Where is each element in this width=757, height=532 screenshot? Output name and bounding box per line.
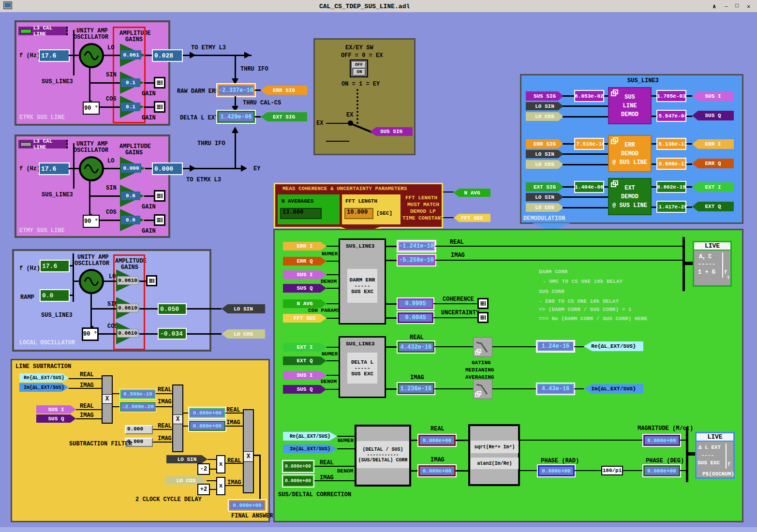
etmx-phase-box[interactable]: 90 ° xyxy=(83,102,100,115)
ext-demod-block[interactable]: EXTDEMOD@ SUS LINE xyxy=(608,178,652,215)
imag-label: IMAG xyxy=(430,457,445,463)
live-title: LIVE xyxy=(694,242,730,251)
on-button[interactable]: ON xyxy=(354,69,365,75)
real-label: REAL xyxy=(430,426,445,432)
etmy-cos-gain[interactable]: 0.0 xyxy=(121,216,140,224)
darm-corr-note: => (DARM CORR / SUS CORR) = 1 xyxy=(539,307,631,312)
thru-ifo-label: THRU IFO xyxy=(240,66,268,73)
losc-cos-gain[interactable]: 0.0610 xyxy=(117,329,138,338)
imag-label: IMAG xyxy=(158,435,172,442)
etmy-cos-gain-display-button[interactable] xyxy=(154,214,165,226)
osc-title: OSCILLATOR xyxy=(74,260,109,267)
losc-freq-input[interactable]: 17.6 xyxy=(40,260,70,272)
losc-ramp-input[interactable]: 0.0 xyxy=(40,289,70,302)
block-line: SUS xyxy=(624,94,635,101)
close-button[interactable]: ✕ xyxy=(747,3,750,10)
exey-switch[interactable]: OFF ON xyxy=(350,59,368,77)
etmx-freq-input[interactable]: 17.6 xyxy=(39,49,70,62)
l3-cal-line-button[interactable]: L3 CAL LINE xyxy=(18,140,68,148)
uncertainty-display-button[interactable] xyxy=(477,312,489,323)
delta-l-ext-value: 1.429e-06 xyxy=(217,111,255,123)
re-in-tag: Re{ΔL_EXT/SUS} xyxy=(283,432,337,441)
err-q-tag: ERR Q xyxy=(692,159,734,168)
block-line: DEMOD xyxy=(621,150,638,157)
osc-title: OSCILLATOR xyxy=(74,34,108,41)
off-button[interactable]: OFF xyxy=(352,62,366,68)
osc-title: UNITY AMP xyxy=(77,254,109,261)
fft-sec-tag: FFT SEC xyxy=(454,214,490,222)
gating-button-imag[interactable] xyxy=(473,379,492,399)
etmy-freq-input[interactable]: 17.6 xyxy=(39,163,70,175)
etmy-lo-gain[interactable]: 0.000 xyxy=(121,163,141,173)
meas-note: DEMOD LP xyxy=(410,208,436,214)
coherence-display-button[interactable] xyxy=(477,298,489,309)
lo-sin-tag: LO SIN xyxy=(222,304,265,313)
losc-oscillator-icon xyxy=(79,269,104,294)
sus-q-tag: SUS Q xyxy=(36,414,76,423)
line-subtraction-title: LINE SUBTRACTION xyxy=(15,363,71,370)
l3-cal-line-label: L3 CAL LINE xyxy=(33,25,66,37)
sus-line-demod-block[interactable]: SUSLINEDEMOD xyxy=(608,87,652,124)
etmx-cos-gain-display-button[interactable] xyxy=(154,101,165,113)
magnitude-value: 0.000e+00 xyxy=(643,435,680,446)
l3-cal-line-button[interactable]: L3 CAL LINE xyxy=(18,27,68,35)
block-line: DEMOD xyxy=(621,111,638,118)
app-icon xyxy=(3,1,12,9)
imag-label: IMAG xyxy=(227,479,241,486)
re-dl-tag: Re{ΔL_EXT/SUS} xyxy=(584,341,643,351)
subtraction-filter-input-1[interactable]: 0.000 xyxy=(125,425,153,434)
etmx-cos-gain[interactable]: 0.1 xyxy=(121,103,140,111)
mag-phase-block[interactable] xyxy=(468,424,520,486)
imag-label: IMAG xyxy=(158,399,172,405)
shade-button[interactable]: ∧ xyxy=(712,3,716,10)
etmx-sin-gain[interactable]: 0.1 xyxy=(121,78,140,87)
block-line: @ SUS LINE xyxy=(612,202,647,209)
corr-imag-input[interactable]: 0.000e+00 xyxy=(284,476,312,486)
demod-footer: DEMODULATION xyxy=(523,215,565,222)
etmx-lo-gain[interactable]: 0.061 xyxy=(121,50,141,59)
maximize-button[interactable]: □ xyxy=(735,2,739,9)
uncertainty-label: UNCERTAINTY xyxy=(441,310,479,316)
sus-i-tag: SUS I xyxy=(692,91,734,101)
cos-label: COS xyxy=(106,96,117,103)
ext-demod-in-value: 1.404e-06 xyxy=(574,181,604,193)
tf-imag-out: 4.43e-16 xyxy=(537,384,574,394)
tf-block-inner: DELTA L-----SUS EXC xyxy=(347,353,377,384)
phase-deg-value: 0.000e+00 xyxy=(643,465,680,476)
etmy-sin-gain-display-button[interactable] xyxy=(154,190,165,202)
multiplier-3-x: X xyxy=(244,451,253,462)
led-indicator xyxy=(20,142,31,147)
losc-sin-gain[interactable]: 0.0610 xyxy=(117,304,138,312)
im-tag: Im{ΔL_EXT/SUS} xyxy=(19,383,69,392)
minimize-button[interactable]: _ xyxy=(725,1,728,8)
sus-i-tag: SUS I xyxy=(36,405,76,414)
lo-sin-tag: LO SIN xyxy=(166,455,208,463)
etmx-sin-gain-display-button[interactable] xyxy=(154,77,165,89)
losc-lo-gain[interactable]: 0.0610 xyxy=(117,276,138,285)
coh-block-title: SUS_LINE3 xyxy=(346,243,374,249)
real-label: REAL xyxy=(80,371,94,378)
minus-2-box: -2 xyxy=(197,463,210,475)
multiplier-1-x: X xyxy=(103,394,112,404)
fft-length-input[interactable]: 10.000 xyxy=(344,208,373,219)
thru-cal-cs-label: THRU CAL-CS xyxy=(243,100,281,106)
coh-params-label: COH PARAMS xyxy=(308,308,340,313)
etmy-phase-box[interactable]: 90 ° xyxy=(83,215,100,228)
err-q-in-tag: ERR Q xyxy=(283,257,327,266)
denom-label: DENOM xyxy=(337,468,353,474)
etmy-sin-gain[interactable]: 0.0 xyxy=(121,192,140,200)
exey-on-eq: ON = 1 = EY xyxy=(341,81,380,88)
losc-phase-box[interactable]: 90 ° xyxy=(82,327,99,341)
title-bar: CAL_CS_TDEP_SUS_LINE.adl ∧ _ □ ✕ xyxy=(0,0,757,13)
coherence-value: 0.9995 xyxy=(398,298,433,309)
losc-lo-display-button[interactable] xyxy=(146,275,157,286)
darm-corr-note: SUS CORR xyxy=(539,289,564,295)
gating-label: GATING xyxy=(472,360,491,366)
err-demod-block[interactable]: ERRDEMOD@ SUS LINE xyxy=(608,135,652,172)
corr-real-input[interactable]: 0.000e+00 xyxy=(284,462,312,471)
gating-button-real[interactable] xyxy=(473,337,492,357)
real-label: REAL xyxy=(80,403,94,410)
n-averages-input[interactable]: 13.000 xyxy=(280,208,322,219)
thru-ifo-label: THRU IFO xyxy=(197,140,225,147)
live-model-box-1[interactable]: LIVE AT C ----- 1 + G f T xyxy=(693,241,732,287)
